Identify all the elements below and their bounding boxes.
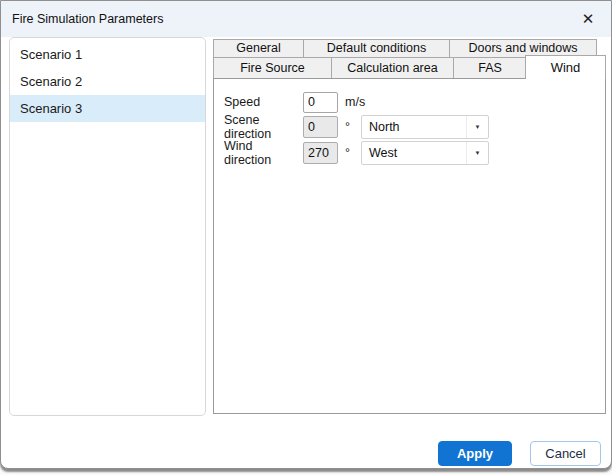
chevron-down-icon[interactable]: ▼ [466,116,488,138]
title-bar: Fire Simulation Parameters ✕ [1,1,611,37]
tab-fire-source[interactable]: Fire Source [213,57,332,79]
window-title: Fire Simulation Parameters [12,1,163,37]
wind-tab-content: Speed m/s Scene direction ° North ▼ Wind… [213,78,606,414]
speed-unit-label: m/s [345,95,361,109]
dialog-window: Fire Simulation Parameters ✕ Scenario 1 … [0,0,612,469]
scenario-list: Scenario 1 Scenario 2 Scenario 3 [10,38,205,122]
chevron-down-icon[interactable]: ▼ [466,142,488,164]
scene-direction-dropdown[interactable]: North ▼ [361,115,489,139]
wind-direction-dropdown-value: West [362,146,466,160]
apply-button[interactable]: Apply [438,441,512,466]
close-icon[interactable]: ✕ [571,3,605,35]
tab-wind[interactable]: Wind [525,55,606,79]
list-item-scenario-3[interactable]: Scenario 3 [10,95,205,122]
scene-direction-row: Scene direction ° North ▼ [224,115,489,139]
tab-calculation-area[interactable]: Calculation area [331,57,454,79]
wind-direction-row: Wind direction ° West ▼ [224,141,489,165]
scenario-list-panel: Scenario 1 Scenario 2 Scenario 3 [9,37,206,416]
cancel-button[interactable]: Cancel [530,441,601,466]
wind-direction-dropdown[interactable]: West ▼ [361,141,489,165]
speed-input[interactable] [303,92,338,113]
scene-direction-input [303,116,338,138]
tab-fas[interactable]: FAS [453,57,527,79]
tab-default-conditions[interactable]: Default conditions [303,39,450,58]
scene-direction-unit-label: ° [345,120,361,134]
scene-direction-dropdown-value: North [362,120,466,134]
wind-direction-label: Wind direction [224,139,303,167]
wind-direction-input [303,142,338,164]
tab-general[interactable]: General [213,39,304,58]
speed-row: Speed m/s [224,91,361,113]
speed-label: Speed [224,95,303,109]
scene-direction-label: Scene direction [224,113,303,141]
list-item-scenario-1[interactable]: Scenario 1 [10,41,205,68]
wind-direction-unit-label: ° [345,146,361,160]
list-item-scenario-2[interactable]: Scenario 2 [10,68,205,95]
